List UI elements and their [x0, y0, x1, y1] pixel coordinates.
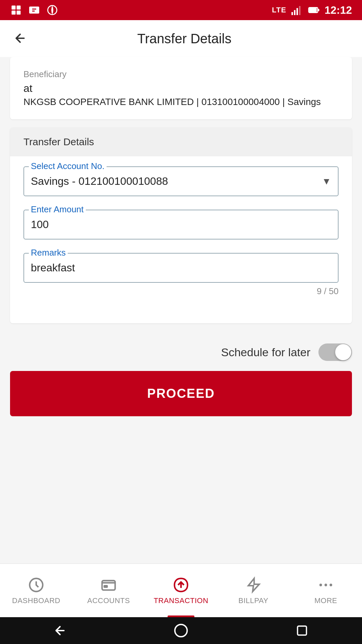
dashboard-icon — [27, 576, 45, 594]
amount-field-value: 100 — [31, 218, 49, 230]
svg-rect-6 — [292, 12, 293, 15]
svg-rect-2 — [12, 11, 16, 15]
svg-rect-0 — [12, 6, 16, 10]
beneficiary-label: Beneficiary — [23, 69, 339, 79]
main-content: Beneficiary at NKGSB COOPERATIVE BANK LI… — [0, 57, 362, 333]
android-recents-icon — [295, 624, 309, 637]
app-icon-3 — [46, 4, 58, 16]
account-field-label: Select Account No. — [29, 161, 107, 171]
android-home-icon — [174, 623, 188, 638]
nav-label-accounts: ACCOUNTS — [87, 596, 130, 605]
remarks-field-wrapper: Remarks breakfast 9 / 50 — [23, 253, 339, 297]
remarks-input-border[interactable]: Remarks breakfast — [23, 253, 339, 283]
toggle-knob — [335, 344, 351, 360]
account-field-wrapper: Select Account No. Savings - 01210010001… — [23, 166, 339, 196]
transaction-icon — [172, 576, 190, 594]
nav-item-more[interactable]: MORE — [290, 564, 362, 617]
svg-point-18 — [175, 625, 187, 637]
bottom-nav: DASHBOARD ACCOUNTS TRANSACTION BILLPAY M… — [0, 564, 362, 617]
schedule-toggle[interactable] — [318, 343, 352, 361]
status-bar-apps — [10, 4, 58, 16]
more-icon — [317, 576, 335, 594]
nav-label-dashboard: DASHBOARD — [12, 596, 60, 605]
android-back-button[interactable] — [53, 624, 67, 637]
svg-rect-3 — [17, 11, 21, 15]
account-field-value: Savings - 012100100010088 — [31, 175, 168, 187]
billpay-icon — [245, 576, 262, 594]
android-back-icon — [53, 624, 67, 637]
android-recents-button[interactable] — [295, 624, 309, 637]
beneficiary-detail: NKGSB COOPERATIVE BANK LIMITED | 0131001… — [23, 97, 339, 107]
schedule-row: Schedule for later — [0, 333, 362, 371]
back-button[interactable] — [10, 28, 30, 49]
time-display: 12:12 — [324, 4, 352, 16]
status-bar-indicators: LTE 12:12 — [272, 4, 352, 16]
status-bar: LTE 12:12 — [0, 0, 362, 20]
nav-item-accounts[interactable]: ACCOUNTS — [72, 564, 145, 617]
android-nav-bar — [0, 617, 362, 644]
battery-icon — [308, 4, 320, 16]
section-body: Select Account No. Savings - 01210010001… — [10, 156, 352, 323]
section-header: Transfer Details — [10, 127, 352, 156]
svg-point-16 — [324, 584, 327, 586]
svg-rect-14 — [104, 586, 107, 587]
amount-input-border[interactable]: Enter Amount 100 — [23, 210, 339, 239]
app-icon-1 — [10, 4, 22, 16]
signal-icon — [291, 4, 303, 16]
app-icon-2 — [28, 4, 40, 16]
svg-point-15 — [319, 584, 322, 586]
svg-rect-9 — [299, 6, 301, 15]
svg-rect-1 — [17, 6, 21, 10]
top-nav: Transfer Details — [0, 20, 362, 57]
schedule-label: Schedule for later — [221, 346, 311, 359]
amount-field-label: Enter Amount — [29, 204, 86, 215]
beneficiary-card: Beneficiary at NKGSB COOPERATIVE BANK LI… — [10, 57, 352, 119]
account-dropdown-arrow: ▼ — [322, 176, 331, 187]
remarks-field-label: Remarks — [29, 248, 68, 258]
amount-field-wrapper: Enter Amount 100 — [23, 210, 339, 239]
svg-rect-8 — [297, 8, 298, 15]
svg-rect-19 — [297, 626, 306, 635]
accounts-icon — [100, 576, 117, 594]
nav-label-billpay: BILLPAY — [238, 596, 268, 605]
char-count: 9 / 50 — [23, 286, 339, 297]
lte-indicator: LTE — [272, 6, 286, 14]
account-dropdown[interactable]: Select Account No. Savings - 01210010001… — [23, 166, 339, 196]
svg-point-17 — [329, 584, 332, 586]
svg-rect-11 — [309, 8, 316, 12]
page-title: Transfer Details — [37, 31, 332, 46]
nav-label-transaction: TRANSACTION — [154, 596, 208, 605]
back-icon — [13, 32, 27, 45]
svg-rect-7 — [294, 10, 296, 15]
proceed-button[interactable]: PROCEED — [10, 371, 352, 416]
beneficiary-at: at — [23, 82, 339, 95]
svg-rect-4 — [29, 7, 39, 14]
transfer-details-section: Transfer Details Select Account No. Savi… — [10, 127, 352, 323]
nav-label-more: MORE — [314, 596, 337, 605]
nav-item-transaction[interactable]: TRANSACTION — [145, 564, 217, 617]
remarks-field-value: breakfast — [31, 262, 331, 274]
android-home-button[interactable] — [174, 623, 188, 638]
nav-item-dashboard[interactable]: DASHBOARD — [0, 564, 72, 617]
nav-item-billpay[interactable]: BILLPAY — [217, 564, 290, 617]
